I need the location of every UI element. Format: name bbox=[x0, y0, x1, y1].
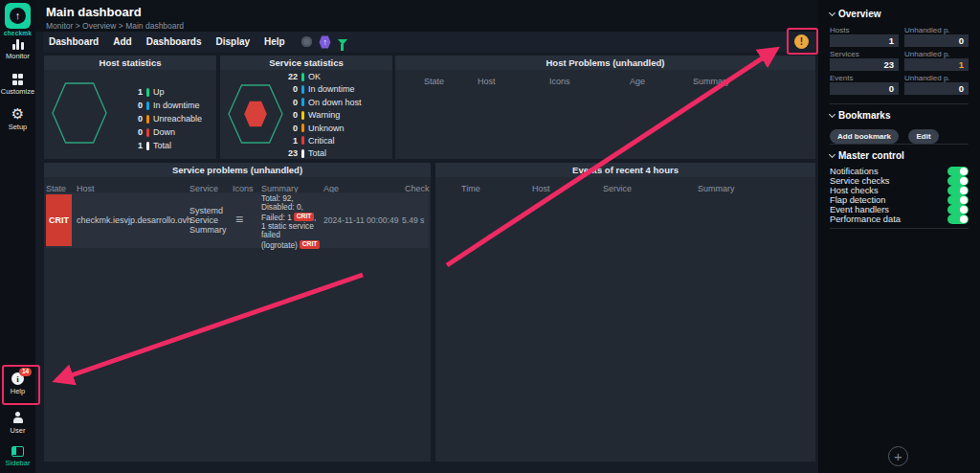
column-header[interactable]: Service bbox=[603, 184, 632, 193]
panel-title[interactable]: Service statistics bbox=[220, 56, 392, 70]
column-header[interactable]: Time bbox=[461, 184, 480, 193]
sidebar-item-label: Setup bbox=[9, 123, 28, 131]
events-panel: Events of recent 4 hours Time Host Servi… bbox=[435, 163, 815, 462]
legend-row[interactable]: 0Warning bbox=[281, 110, 362, 120]
menu-display[interactable]: Display bbox=[215, 36, 250, 47]
legend-row[interactable]: 1Up bbox=[126, 87, 202, 97]
edit-bookmarks-button[interactable]: Edit bbox=[908, 129, 938, 144]
toggle-host-checks[interactable] bbox=[947, 186, 969, 195]
legend-row[interactable]: 22OK bbox=[281, 72, 362, 81]
overview-value-events[interactable]: 0 bbox=[830, 82, 899, 95]
legend-row[interactable]: 0On down host bbox=[281, 98, 362, 107]
legend-chip bbox=[301, 111, 304, 120]
legend-chip bbox=[301, 85, 304, 94]
chevron-down-icon bbox=[829, 111, 835, 118]
page-header: Main dashboard Monitor > Overview > Main… bbox=[35, 0, 818, 32]
legend-row[interactable]: 1Critical bbox=[281, 136, 362, 146]
globe-icon[interactable] bbox=[301, 36, 312, 47]
menu-dashboards[interactable]: Dashboards bbox=[146, 36, 202, 47]
legend-row[interactable]: 0Unreachable bbox=[126, 114, 202, 124]
column-header[interactable]: Host bbox=[478, 77, 496, 86]
divider bbox=[830, 228, 969, 229]
summary-text: Total: 92, Disabled: 0, Failed: 1 CRIT, … bbox=[261, 194, 320, 249]
sidebar-item-customize[interactable]: Customize bbox=[0, 74, 35, 96]
sidebar-item-label: Monitor bbox=[6, 52, 30, 60]
master-control-row: Performance data bbox=[830, 214, 969, 224]
panel-title[interactable]: Host Problems (unhandled) bbox=[395, 56, 815, 70]
menu-help[interactable]: Help bbox=[264, 36, 285, 47]
column-header[interactable]: Host bbox=[532, 184, 550, 193]
add-snapin-button[interactable]: + bbox=[888, 446, 908, 466]
service-hexagon[interactable] bbox=[228, 84, 283, 147]
service-stats-legend: 22OK 0In downtime 0On down host 0Warning… bbox=[281, 72, 362, 158]
grid-icon bbox=[12, 74, 24, 85]
master-control-row: Host checks bbox=[830, 186, 969, 195]
section-master-control[interactable]: Master control bbox=[830, 150, 904, 161]
menubar: Dashboard Add Dashboards Display Help ↑ bbox=[43, 32, 818, 52]
overview-value-unhandled-services[interactable]: 1 bbox=[904, 58, 969, 71]
host-problems-panel: Host Problems (unhandled) State Host Ico… bbox=[395, 56, 815, 159]
column-header[interactable]: Age bbox=[630, 77, 645, 86]
hamburger-icon[interactable]: ≡ bbox=[235, 213, 243, 226]
sidebar-item-monitor[interactable]: Monitor bbox=[0, 38, 35, 60]
bar-chart-icon bbox=[12, 38, 24, 50]
warning-icon[interactable]: ! bbox=[794, 34, 809, 49]
column-header[interactable]: Icons bbox=[549, 77, 570, 86]
legend-row[interactable]: 0In downtime bbox=[281, 84, 362, 94]
divider bbox=[830, 144, 969, 145]
overview-value-services[interactable]: 23 bbox=[830, 58, 899, 71]
toggle-flap-detection[interactable] bbox=[947, 195, 969, 205]
sidebar-item-label: User bbox=[11, 426, 26, 435]
section-overview[interactable]: Overview bbox=[830, 9, 880, 19]
crit-badge: CRIT bbox=[294, 213, 314, 221]
host-statistics-panel: Host statistics 1Up 0In downtime 0Unreac… bbox=[44, 56, 216, 159]
legend-row[interactable]: 0Unknown bbox=[281, 124, 362, 133]
service-statistics-panel: Service statistics 22OK 0In downtime 0On… bbox=[220, 56, 392, 159]
legend-chip bbox=[301, 124, 304, 132]
legend-row[interactable]: 23Total bbox=[281, 148, 362, 158]
left-sidebar: ↑ checkmk Monitor Customize ⚙ Setup i 14… bbox=[0, 0, 35, 473]
overview-value-hosts[interactable]: 1 bbox=[830, 34, 899, 47]
overview-label: Services bbox=[830, 50, 859, 58]
sidebar-item-help[interactable]: i 14 Help bbox=[0, 372, 35, 395]
host-hexagon[interactable] bbox=[52, 82, 107, 147]
svg-text:↑: ↑ bbox=[323, 37, 326, 47]
crit-badge: CRIT bbox=[300, 240, 320, 249]
toggle-performance-data[interactable] bbox=[947, 214, 969, 224]
panel-title[interactable]: Events of recent 4 hours bbox=[435, 163, 815, 177]
up-arrow-icon: ↑ bbox=[10, 8, 26, 24]
legend-row[interactable]: 1Total bbox=[126, 141, 202, 150]
help-badge: 14 bbox=[19, 368, 32, 376]
gear-icon: ⚙ bbox=[11, 107, 24, 121]
overview-value-unhandled-hosts[interactable]: 0 bbox=[904, 34, 969, 47]
sidebar-item-label: Sidebar bbox=[6, 459, 31, 467]
column-header[interactable]: Summary bbox=[693, 77, 730, 86]
sidebar-item-sidebar[interactable]: Sidebar bbox=[0, 446, 35, 467]
breadcrumb[interactable]: Monitor > Overview > Main dashboard bbox=[46, 21, 818, 31]
legend-row[interactable]: 0In downtime bbox=[126, 101, 202, 110]
sidebar-item-user[interactable]: User bbox=[0, 412, 35, 435]
divider bbox=[830, 103, 969, 104]
checkmk-logo[interactable]: ↑ bbox=[5, 3, 31, 29]
legend-row[interactable]: 0Down bbox=[126, 127, 202, 137]
filter-icon[interactable] bbox=[338, 39, 347, 45]
panel-title[interactable]: Host statistics bbox=[44, 56, 216, 70]
overview-value-unhandled-events[interactable]: 0 bbox=[904, 82, 969, 95]
menu-dashboard[interactable]: Dashboard bbox=[49, 36, 99, 47]
service-link[interactable]: Systemd Service Summary bbox=[189, 206, 227, 235]
service-problems-panel: Service problems (unhandled) State Host … bbox=[44, 163, 431, 462]
checkmk-shield-icon[interactable]: ↑ bbox=[319, 35, 331, 49]
legend-chip bbox=[146, 88, 149, 97]
add-bookmark-button[interactable]: Add bookmark bbox=[830, 129, 899, 144]
host-link[interactable]: checkmk.iesvjp.desarrollo.ovh bbox=[77, 215, 191, 225]
toggle-service-checks[interactable] bbox=[947, 176, 969, 186]
column-header[interactable]: State bbox=[424, 77, 444, 86]
panel-title[interactable]: Service problems (unhandled) bbox=[44, 163, 431, 177]
menu-add[interactable]: Add bbox=[113, 36, 131, 47]
section-bookmarks[interactable]: Bookmarks bbox=[830, 110, 890, 121]
sidebar-item-setup[interactable]: ⚙ Setup bbox=[0, 107, 35, 131]
column-header[interactable]: Summary bbox=[698, 184, 735, 193]
toggle-notifications[interactable] bbox=[947, 167, 969, 176]
toggle-event-handlers[interactable] bbox=[947, 205, 969, 214]
legend-chip bbox=[146, 115, 149, 124]
